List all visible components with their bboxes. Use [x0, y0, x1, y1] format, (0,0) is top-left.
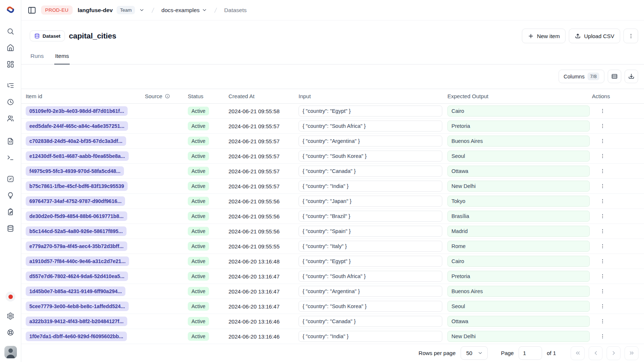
row-actions-button[interactable]: [597, 136, 608, 146]
evaluation-icon[interactable]: [3, 171, 18, 187]
annotation-icon[interactable]: [3, 204, 18, 220]
item-id-badge[interactable]: d557e7d6-7802-4624-9da6-52d410ea5...: [26, 272, 128, 281]
expected-output-cell[interactable]: Tokyo: [447, 196, 590, 207]
expected-output-cell[interactable]: Pretoria: [447, 271, 590, 282]
item-id-badge[interactable]: 05109ef0-2e3b-4e03-98dd-8f7d01b61f...: [26, 106, 128, 116]
dataset-menu-button[interactable]: [623, 29, 638, 43]
langfuse-logo-icon[interactable]: [6, 5, 15, 15]
item-id-badge[interactable]: 1d45b0e7-b85a-4231-9149-6ff90a294...: [26, 287, 125, 296]
item-id-badge[interactable]: b75c7861-1fbe-45cf-bdf6-83f139c95539: [26, 181, 128, 191]
tab-runs[interactable]: Runs: [30, 49, 44, 64]
item-id-badge[interactable]: 69764737-34af-4752-9787-d90df9616...: [26, 196, 125, 206]
users-icon[interactable]: [3, 110, 18, 127]
row-actions-button[interactable]: [597, 316, 608, 326]
row-actions-button[interactable]: [597, 256, 608, 266]
first-page-button[interactable]: [571, 346, 585, 360]
page-number-input[interactable]: [519, 346, 542, 360]
expected-output-cell[interactable]: Buenos Aires: [447, 136, 590, 147]
last-page-button[interactable]: [625, 346, 638, 360]
input-cell[interactable]: { "country": "Argentina" }: [299, 136, 442, 147]
input-cell[interactable]: { "country": "India" }: [299, 331, 442, 342]
row-height-button[interactable]: [608, 70, 621, 83]
expected-output-cell[interactable]: Pretoria: [447, 121, 590, 132]
input-cell[interactable]: { "country": "India" }: [299, 181, 442, 192]
item-id-badge[interactable]: a1910d57-7f84-440c-9e46-a31c2d7e21...: [26, 256, 129, 266]
input-cell[interactable]: { "country": "Japan" }: [299, 196, 442, 207]
input-cell[interactable]: { "country": "Canada" }: [299, 316, 442, 327]
chevron-down-icon[interactable]: [139, 7, 144, 13]
project-selector[interactable]: docs-examples: [161, 7, 207, 14]
datasets-icon[interactable]: [3, 220, 18, 237]
new-item-button[interactable]: New item: [522, 29, 566, 43]
row-actions-button[interactable]: [597, 226, 608, 236]
breadcrumb-section[interactable]: Datasets: [224, 7, 246, 14]
input-cell[interactable]: { "country": "Spain" }: [299, 226, 442, 237]
item-id-badge[interactable]: 1f0e7da1-dbff-4e60-929d-f6095602bb...: [26, 332, 127, 341]
support-icon[interactable]: [3, 324, 18, 341]
item-id-badge[interactable]: e779a270-579a-4f45-aec4-35b72d3bff...: [26, 241, 127, 251]
dashboard-icon[interactable]: [3, 56, 18, 73]
info-icon[interactable]: [165, 93, 170, 99]
item-id-badge[interactable]: a322b319-9412-4f43-b8f2-b20484127f...: [26, 317, 127, 326]
input-cell[interactable]: { "country": "Egypt" }: [299, 256, 442, 267]
recording-indicator[interactable]: [6, 292, 15, 302]
row-actions-button[interactable]: [597, 166, 608, 176]
input-cell[interactable]: { "country": "Canada" }: [299, 166, 442, 177]
tab-items[interactable]: Items: [54, 49, 70, 64]
export-button[interactable]: [625, 70, 638, 83]
expected-output-cell[interactable]: Cairo: [447, 256, 590, 267]
row-actions-button[interactable]: [597, 196, 608, 206]
item-id-badge[interactable]: e12430df-5e81-4687-aabb-f0ea65be8a...: [26, 151, 129, 161]
item-id-badge[interactable]: b5c144cd-52a5-4a80-926e-58617f895...: [26, 226, 127, 236]
input-cell[interactable]: { "country": "Brazil" }: [299, 211, 442, 222]
rows-per-page-select[interactable]: 50: [461, 346, 488, 360]
avatar[interactable]: [4, 346, 17, 358]
row-actions-button[interactable]: [597, 241, 608, 251]
row-actions-button[interactable]: [597, 211, 608, 221]
expected-output-cell[interactable]: Brasília: [447, 211, 590, 222]
item-id-badge[interactable]: 5cee7779-3e00-4eb8-be8c-1affedd524...: [26, 302, 129, 311]
expected-output-cell[interactable]: New Delhi: [447, 331, 590, 342]
expected-output-cell[interactable]: Ottawa: [447, 316, 590, 327]
expected-output-cell[interactable]: New Delhi: [447, 181, 590, 192]
home-icon[interactable]: [3, 40, 18, 56]
input-cell[interactable]: { "country": "South Korea" }: [299, 151, 442, 162]
row-actions-button[interactable]: [597, 106, 608, 116]
input-cell[interactable]: { "country": "South Korea" }: [299, 301, 442, 312]
sessions-icon[interactable]: [3, 94, 18, 110]
columns-button[interactable]: Columns 7/8: [559, 70, 604, 83]
expected-output-cell[interactable]: Seoul: [447, 301, 590, 312]
input-cell[interactable]: { "country": "Argentina" }: [299, 286, 442, 297]
settings-icon[interactable]: [3, 308, 18, 324]
expected-output-cell[interactable]: Buenos Aires: [447, 286, 590, 297]
row-actions-button[interactable]: [597, 271, 608, 281]
expected-output-cell[interactable]: Madrid: [447, 226, 590, 237]
row-actions-button[interactable]: [597, 331, 608, 341]
row-actions-button[interactable]: [597, 301, 608, 311]
item-id-badge[interactable]: c702838d-24d5-40a2-bf35-67dc3a3df...: [26, 136, 126, 146]
item-id-badge[interactable]: de30d2e0-f5d9-4854-88b6-0619771b8...: [26, 211, 127, 221]
input-cell[interactable]: { "country": "Egypt" }: [299, 106, 442, 117]
search-icon[interactable]: [3, 23, 18, 40]
row-actions-button[interactable]: [597, 181, 608, 191]
org-name[interactable]: langfuse-dev: [78, 7, 113, 14]
expected-output-cell[interactable]: Ottawa: [447, 166, 590, 177]
item-id-badge[interactable]: eed5dafe-244f-465c-a84c-4a6e357251...: [26, 121, 128, 131]
ideas-icon[interactable]: [3, 187, 18, 204]
prompts-icon[interactable]: [3, 133, 18, 149]
item-id-badge[interactable]: f4975c95-5fc3-4939-970d-58fa5cd48...: [26, 166, 124, 176]
next-page-button[interactable]: [607, 346, 621, 360]
input-cell[interactable]: { "country": "Italy" }: [299, 241, 442, 252]
row-actions-button[interactable]: [597, 286, 608, 296]
upload-csv-button[interactable]: Upload CSV: [569, 29, 620, 43]
input-cell[interactable]: { "country": "South Africa" }: [299, 121, 442, 132]
expected-output-cell[interactable]: Seoul: [447, 151, 590, 162]
expected-output-cell[interactable]: Rome: [447, 241, 590, 252]
playground-icon[interactable]: [3, 149, 18, 166]
sidebar-toggle-icon[interactable]: [28, 5, 37, 15]
row-actions-button[interactable]: [597, 151, 608, 161]
expected-output-cell[interactable]: Cairo: [447, 106, 590, 117]
row-actions-button[interactable]: [597, 121, 608, 131]
previous-page-button[interactable]: [589, 346, 603, 360]
input-cell[interactable]: { "country": "South Africa" }: [299, 271, 442, 282]
